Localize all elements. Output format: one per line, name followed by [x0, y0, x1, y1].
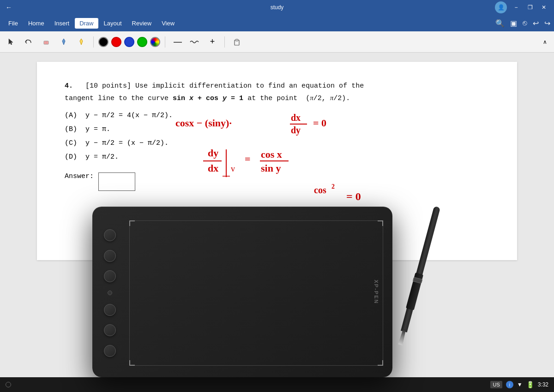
undo-gesture-button[interactable] — [21, 35, 36, 49]
tablet-dot-1 — [108, 291, 112, 295]
window-controls: − ❐ ✕ — [510, 3, 550, 12]
toolbar-sep-3 — [224, 36, 225, 48]
choice-d: (D) y = π/2. — [65, 150, 489, 164]
search-icon[interactable]: 🔍 — [495, 19, 505, 28]
svg-marker-2 — [62, 39, 65, 45]
battery-icon: 🔋 — [526, 381, 534, 388]
color-red[interactable] — [111, 37, 121, 47]
answer-label: Answer: — [65, 172, 94, 180]
read-mode-icon[interactable]: ▣ — [510, 19, 517, 28]
toolbar-sep-1 — [93, 36, 94, 48]
app-title: study — [271, 4, 284, 11]
question-text: 4. [10 points] Use implicit differentiat… — [65, 80, 489, 104]
choice-b: (B) y = π. — [65, 123, 489, 137]
status-indicator — [6, 382, 11, 387]
network-icon: ▼ — [517, 381, 523, 388]
menu-file[interactable]: File — [4, 18, 23, 29]
corner-tr — [378, 220, 383, 226]
tablet-button-2[interactable] — [104, 250, 116, 262]
wave-tool-button[interactable] — [187, 35, 202, 49]
status-bar: US i ▼ 🔋 3:32 — [0, 377, 554, 392]
choice-c: (C) y − π/2 = (x − π/2). — [65, 137, 489, 150]
color-multi[interactable] — [150, 37, 160, 47]
tablet-side-buttons — [97, 220, 122, 366]
svg-marker-3 — [80, 39, 83, 45]
brand-label: XP-PEN — [374, 280, 379, 304]
title-bar-left: ← — [4, 4, 14, 11]
corner-br — [378, 360, 383, 366]
title-bar: ← study 👤 − ❐ ✕ — [0, 0, 554, 15]
menu-view[interactable]: View — [157, 18, 179, 29]
share-icon[interactable]: ⎋ — [523, 19, 527, 27]
toolbar-collapse-button[interactable]: ∧ — [539, 36, 550, 48]
menu-layout[interactable]: Layout — [99, 18, 126, 29]
minimize-button[interactable]: − — [510, 3, 523, 12]
tablet-button-3[interactable] — [104, 270, 116, 282]
tablet-body: XP-PEN — [92, 207, 392, 377]
svg-text:v: v — [231, 164, 235, 173]
app-window: ← study 👤 − ❐ ✕ File Home Insert Draw La… — [0, 0, 554, 392]
restore-button[interactable]: ❐ — [524, 3, 536, 12]
line-tool-button[interactable]: — — [170, 35, 185, 49]
draw-toolbar: — + ∧ — [0, 31, 554, 53]
locale-indicator: US — [490, 381, 502, 388]
pen-tool-button[interactable] — [56, 35, 71, 49]
close-button[interactable]: ✕ — [537, 3, 550, 12]
highlighter-button[interactable] — [74, 35, 89, 49]
question-body: [10 points] Use implicit differentiation… — [65, 82, 364, 102]
redo-icon[interactable]: ↪ — [544, 19, 550, 28]
cursor-tool-button[interactable] — [4, 35, 18, 49]
question-number: 4. — [65, 82, 73, 90]
corner-bl — [129, 360, 135, 366]
back-button[interactable]: ← — [4, 4, 14, 11]
tablet-button-5[interactable] — [104, 324, 116, 336]
add-tool-button[interactable]: + — [205, 35, 220, 49]
toolbar-sep-2 — [165, 36, 165, 48]
menu-review[interactable]: Review — [127, 18, 157, 29]
eraser-button[interactable] — [39, 35, 54, 49]
user-avatar[interactable]: 👤 — [495, 1, 507, 13]
menu-bar: File Home Insert Draw Layout Review View… — [0, 15, 554, 31]
status-right: US i ▼ 🔋 3:32 — [490, 381, 548, 388]
menu-home[interactable]: Home — [24, 18, 49, 29]
choice-a: (A) y − π/2 = 4(x − π/2). — [65, 109, 489, 123]
color-blue[interactable] — [124, 37, 134, 47]
color-green[interactable] — [137, 37, 147, 47]
menu-right-icons: 🔍 ▣ ⎋ ↩ ↪ — [495, 19, 550, 28]
svg-rect-5 — [235, 39, 238, 41]
undo-icon[interactable]: ↩ — [533, 19, 539, 28]
tablet-button-4[interactable] — [104, 304, 116, 316]
choices-list: (A) y − π/2 = 4(x − π/2). (B) y = π. (C)… — [65, 109, 489, 164]
time-display: 3:32 — [538, 381, 548, 388]
menu-draw[interactable]: Draw — [75, 18, 98, 29]
paste-button[interactable] — [229, 35, 244, 49]
tablet-active-area — [129, 220, 383, 366]
tablet-button-6[interactable] — [104, 345, 116, 357]
corner-tl — [129, 220, 135, 226]
drawing-tablet: XP-PEN — [92, 184, 416, 377]
tablet-button-1[interactable] — [104, 229, 116, 241]
color-black[interactable] — [98, 37, 108, 47]
info-icon[interactable]: i — [506, 381, 513, 388]
menu-insert[interactable]: Insert — [50, 18, 74, 29]
